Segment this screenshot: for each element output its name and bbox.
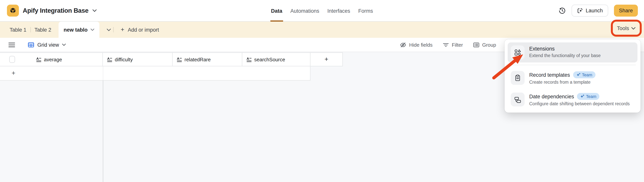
view-switcher[interactable]: Grid view [28,42,66,48]
column-header-difficulty[interactable]: difficulty [103,53,172,66]
single-line-text-icon [177,57,182,62]
add-column-button[interactable]: + [310,53,343,66]
column-header-relatedrare[interactable]: relatedRare [172,53,242,66]
single-line-text-icon [36,57,41,62]
select-all-checkbox[interactable] [9,56,15,63]
topbar-nav: Data Automations Interfaces Forms [0,0,644,22]
launch-button-label: Launch [586,8,603,14]
menu-item-description: Extend the functionality of your base [529,53,601,58]
frozen-column-divider [103,81,103,182]
filter-button[interactable]: Filter [442,42,463,48]
app-window: Apify Integration Base Data Automations … [0,0,644,182]
single-line-text-icon [246,57,252,62]
nav-tab-automations[interactable]: Automations [290,0,320,22]
hide-fields-button[interactable]: Hide fields [400,42,432,48]
badge-label: Team [586,94,596,99]
frozen-column-divider [103,66,103,80]
launch-icon [577,8,583,14]
eye-slash-icon [400,42,406,48]
nav-tab-interfaces[interactable]: Interfaces [326,0,351,22]
add-row-plus-icon: + [12,69,16,77]
view-name: Grid view [37,42,59,48]
menu-item-extensions[interactable]: Extensions Extend the functionality of y… [508,42,638,63]
add-or-import-button[interactable]: + Add or import [116,27,164,33]
table-list-chevron-icon[interactable] [104,28,114,31]
table-tab-active[interactable]: new tablo [58,22,100,38]
table-tab-2[interactable]: Table 2 [30,22,55,38]
column-label: difficulty [115,57,133,62]
tools-chevron-icon [632,27,636,30]
view-sidebar-toggle-icon[interactable] [0,42,19,47]
launch-button[interactable]: Launch [572,5,608,17]
menu-item-record-templates[interactable]: Record templates Team Create records fro… [508,68,638,88]
date-dependencies-icon [511,93,524,106]
table-tabbar: Table 1 Table 2 new tablo + Add or impor… [0,22,644,38]
column-label: average [44,57,62,62]
filter-icon [442,42,449,48]
add-column-plus-icon: + [324,56,328,63]
menu-item-title: Date dependencies [529,94,574,99]
group-label: Group [482,42,496,48]
menu-item-date-dependencies[interactable]: Date dependencies Team Configure date sh… [508,89,638,109]
table-tab-1[interactable]: Table 1 [6,22,30,38]
menu-item-description: Create records from a template [529,80,595,84]
menu-item-title: Record templates [529,72,570,78]
history-icon[interactable] [558,7,566,14]
tools-button-annotation-ring: Tools [611,20,642,37]
share-button-label: Share [619,8,633,14]
group-button[interactable]: Group [473,42,496,48]
menu-item-description: Configure date shifting between dependen… [529,101,630,106]
column-label: searchSource [254,57,285,62]
column-header-average[interactable]: average [0,53,103,66]
hide-fields-label: Hide fields [409,42,432,48]
plus-icon: + [121,27,124,33]
extensions-icon [511,46,524,59]
column-header-searchsource[interactable]: searchSource [242,53,310,66]
share-button[interactable]: Share [614,5,638,17]
column-label: relatedRare [184,57,211,62]
topbar: Apify Integration Base Data Automations … [0,0,644,22]
badge-label: Team [582,73,592,77]
tools-dropdown-menu: Extensions Extend the functionality of y… [504,39,640,113]
tab-separator [114,27,114,32]
team-plan-badge: Team [577,93,600,100]
grid-view-icon [28,42,34,48]
team-plan-badge: Team [573,71,596,78]
single-line-text-icon [107,57,112,62]
active-table-label: new tablo [64,27,88,33]
add-or-import-label: Add or import [128,27,159,33]
menu-item-title: Extensions [529,46,555,52]
menu-divider [509,65,636,65]
record-templates-icon [511,71,524,85]
filter-label: Filter [452,42,463,48]
sparkle-icon [580,94,584,99]
grid-header-row: average difficulty r [0,52,343,66]
view-chevron-icon [62,44,66,46]
table-menu-chevron-icon [91,29,94,31]
tools-button[interactable]: Tools [617,25,629,31]
nav-tab-forms[interactable]: Forms [358,0,374,22]
sparkle-icon [576,73,580,77]
add-row-button[interactable]: + [0,66,310,81]
group-icon [473,42,480,48]
nav-tab-data[interactable]: Data [270,0,283,22]
